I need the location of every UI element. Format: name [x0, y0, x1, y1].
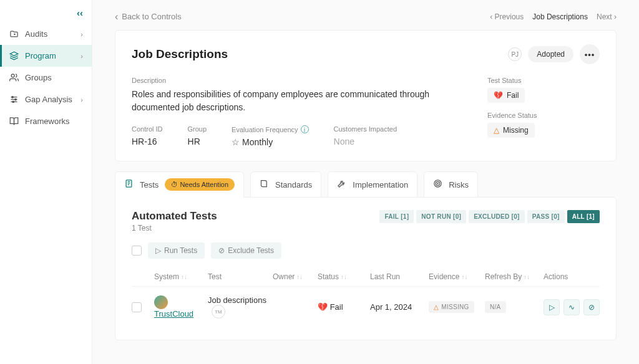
target-icon: [433, 179, 442, 190]
sidebar-item-label: Groups: [25, 73, 52, 82]
test-row: TrustCloud Job descriptions TM 💔 Fail Ap…: [132, 286, 600, 327]
select-all-checkbox[interactable]: [132, 246, 142, 256]
col-status[interactable]: Status↑↓: [318, 272, 370, 281]
heart-break-icon: 💔: [318, 302, 328, 312]
owner-avatar[interactable]: PJ: [508, 47, 522, 61]
tab-standards[interactable]: Standards: [250, 171, 321, 198]
filter-excluded[interactable]: EXCLUDED [0]: [469, 210, 525, 223]
svg-marker-0: [10, 52, 18, 55]
run-tests-button[interactable]: ▷Run Tests: [148, 242, 205, 259]
row-refresh-badge: N/A: [485, 301, 506, 313]
sort-icon: ↑↓: [461, 274, 467, 280]
control-id-value: HR-16: [132, 136, 163, 146]
tab-label: Tests: [140, 180, 159, 189]
tabs: Tests ⏱ Needs Attention Standards Implem…: [115, 171, 617, 198]
svg-point-1: [11, 74, 14, 77]
exclude-action-button[interactable]: ⊘: [583, 299, 600, 315]
row-checkbox[interactable]: [132, 302, 142, 312]
row-evidence-badge: △MISSING: [429, 301, 474, 313]
breadcrumb-current: Job Descriptions: [532, 12, 588, 21]
col-test[interactable]: Test: [208, 272, 273, 281]
sort-icon: ↑↓: [524, 274, 530, 280]
tests-panel: Automated Tests 1 Test FAIL [1] NOT RUN …: [115, 197, 617, 340]
frequency-label: Evaluation Frequencyi: [232, 125, 308, 133]
main-content: Back to Controls ‹ Previous Job Descript…: [92, 0, 639, 364]
tab-tests[interactable]: Tests ⏱ Needs Attention: [115, 171, 244, 198]
next-button[interactable]: Next ›: [597, 12, 617, 21]
sliders-icon: [9, 95, 19, 104]
owner-mini-badge: TM: [212, 305, 225, 318]
tab-implementation[interactable]: Implementation: [328, 171, 417, 198]
exclude-tests-button[interactable]: ⊘Exclude Tests: [211, 242, 281, 259]
sidebar-item-label: Audits: [25, 29, 47, 39]
page-title: Job Descriptions: [132, 47, 228, 61]
warning-icon: △: [434, 304, 439, 310]
test-name: Job descriptions: [208, 295, 266, 305]
table-header: System↑↓ Test Owner↑↓ Status↑↓ Last Run …: [132, 267, 600, 286]
filter-pass[interactable]: PASS [0]: [527, 210, 565, 223]
row-lastrun: Apr 1, 2024: [370, 302, 429, 312]
activity-icon: ∿: [568, 303, 575, 312]
svg-point-5: [11, 97, 13, 98]
heart-break-icon: 💔: [494, 91, 503, 100]
test-status-badge: 💔 Fail: [487, 88, 525, 103]
sidebar-item-frameworks[interactable]: Frameworks: [0, 110, 92, 132]
col-owner[interactable]: Owner↑↓: [273, 272, 318, 281]
description-text: Roles and responsibilities of company em…: [132, 88, 462, 114]
sidebar-item-audits[interactable]: Audits ›: [0, 23, 92, 45]
col-refresh[interactable]: Refresh By↑↓: [485, 272, 544, 281]
sidebar: ‹‹ Audits › Program › Groups Gap Anal: [0, 0, 92, 364]
more-menu-button[interactable]: •••: [580, 44, 600, 64]
filter-all[interactable]: ALL [1]: [567, 210, 600, 223]
chevron-right-icon: ›: [80, 96, 83, 103]
sidebar-collapse-button[interactable]: ‹‹: [0, 7, 92, 23]
filter-chips: FAIL [1] NOT RUN [0] EXCLUDED [0] PASS […: [379, 210, 600, 223]
layers-icon: [9, 51, 19, 60]
star-icon: ☆: [232, 137, 240, 147]
tab-risks[interactable]: Risks: [424, 171, 478, 198]
frequency-value: ☆Monthly: [232, 137, 308, 147]
chevron-right-icon: ›: [80, 31, 83, 38]
sidebar-item-program[interactable]: Program ›: [0, 45, 92, 67]
system-link[interactable]: TrustCloud: [154, 309, 193, 318]
warning-icon: △: [494, 126, 499, 135]
tab-label: Risks: [449, 180, 469, 189]
svg-point-7: [12, 101, 14, 103]
filter-notrun[interactable]: NOT RUN [0]: [416, 210, 466, 223]
block-icon: ⊘: [588, 303, 595, 312]
activity-action-button[interactable]: ∿: [563, 299, 580, 315]
sidebar-item-groups[interactable]: Groups: [0, 67, 92, 89]
sort-icon: ↑↓: [181, 274, 187, 280]
needs-attention-chip[interactable]: ⏱ Needs Attention: [165, 178, 235, 191]
filter-fail[interactable]: FAIL [1]: [379, 210, 414, 223]
users-icon: [9, 73, 19, 82]
status-pill[interactable]: Adopted: [528, 46, 573, 62]
col-actions: Actions: [544, 272, 600, 281]
sidebar-item-gap-analysis[interactable]: Gap Analysis ›: [0, 89, 92, 110]
row-status: Fail: [330, 302, 343, 312]
col-lastrun[interactable]: Last Run: [370, 272, 429, 281]
svg-point-11: [437, 183, 438, 184]
group-label: Group: [188, 125, 207, 133]
col-system[interactable]: System↑↓: [154, 272, 208, 281]
folder-out-icon: [9, 29, 19, 39]
tests-title: Automated Tests: [132, 210, 217, 223]
previous-button[interactable]: ‹ Previous: [490, 12, 524, 21]
test-status-label: Test Status: [487, 77, 600, 84]
group-value: HR: [188, 136, 207, 146]
sort-icon: ↑↓: [341, 274, 347, 280]
sidebar-item-label: Gap Analysis: [25, 95, 72, 104]
customers-label: Customers Impacted: [334, 125, 397, 133]
description-label: Description: [132, 77, 462, 84]
sidebar-item-label: Frameworks: [25, 117, 70, 126]
run-action-button[interactable]: ▷: [544, 299, 560, 315]
customers-value: None: [334, 136, 397, 146]
col-evidence[interactable]: Evidence↑↓: [429, 272, 485, 281]
tab-label: Standards: [275, 180, 312, 189]
control-id-label: Control ID: [132, 125, 163, 133]
topbar: Back to Controls ‹ Previous Job Descript…: [115, 11, 617, 22]
info-icon[interactable]: i: [301, 125, 309, 133]
control-detail-card: Job Descriptions PJ Adopted ••• Descript…: [115, 30, 617, 161]
back-link[interactable]: Back to Controls: [115, 11, 182, 22]
evidence-status-badge: △ Missing: [487, 123, 535, 138]
